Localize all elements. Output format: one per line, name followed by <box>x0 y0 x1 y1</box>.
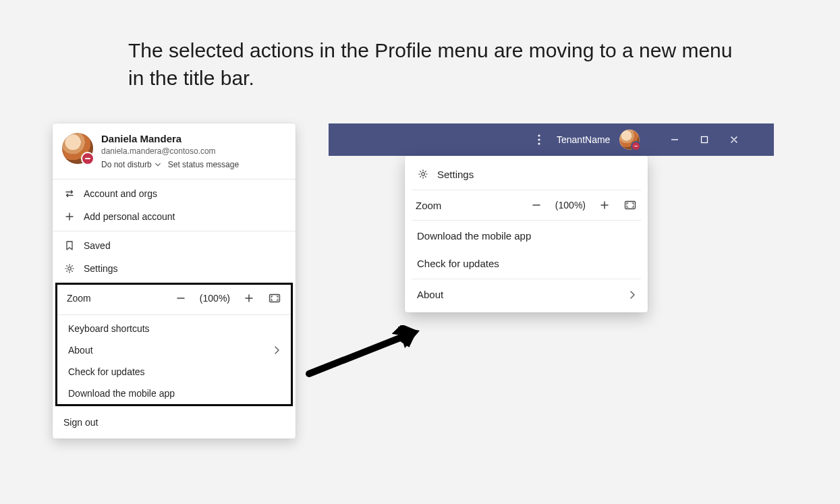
tenant-name[interactable]: TenantName <box>557 134 610 145</box>
headline-text: The selected actions in the Profile menu… <box>128 37 735 92</box>
menu-item-download-mobile[interactable]: Download the mobile app <box>57 383 291 404</box>
set-status-link[interactable]: Set status message <box>168 160 239 169</box>
svg-rect-1 <box>270 295 280 302</box>
bookmark-icon <box>63 240 76 252</box>
annotation-arrow <box>304 325 425 379</box>
menu-item-label: About <box>417 289 443 300</box>
titlebar-more-menu: Settings Zoom (100%) Download the mobile… <box>405 156 648 312</box>
menu-item-download-mobile[interactable]: Download the mobile app <box>405 222 648 250</box>
window-titlebar: TenantName <box>329 123 774 156</box>
svg-point-7 <box>538 142 540 144</box>
gear-icon <box>63 262 76 275</box>
svg-point-6 <box>538 138 540 140</box>
menu-item-label: Sign out <box>63 417 98 428</box>
profile-menu: Daniela Mandera daniela.mandera@contoso.… <box>53 123 296 439</box>
menu-item-check-updates[interactable]: Check for updates <box>405 250 648 277</box>
fullscreen-icon[interactable] <box>623 198 637 212</box>
presence-dropdown[interactable]: Do not disturb <box>101 160 161 169</box>
zoom-out-button[interactable] <box>174 291 188 305</box>
menu-item-label: Check for updates <box>417 258 499 269</box>
more-options-button[interactable] <box>531 132 547 148</box>
profile-name: Daniela Mandera <box>101 133 286 145</box>
menu-item-about[interactable]: About <box>405 281 648 308</box>
chevron-down-icon <box>155 161 161 168</box>
zoom-label: Zoom <box>416 200 441 211</box>
dnd-presence-icon <box>81 152 94 165</box>
svg-point-5 <box>538 134 540 136</box>
chevron-right-icon <box>273 345 280 355</box>
svg-line-2 <box>309 336 405 374</box>
zoom-row: Zoom (100%) <box>57 285 291 312</box>
zoom-row: Zoom (100%) <box>405 192 648 219</box>
window-minimize-button[interactable] <box>660 123 690 156</box>
menu-item-sign-out[interactable]: Sign out <box>53 409 296 436</box>
svg-marker-3 <box>390 325 422 352</box>
zoom-in-button[interactable] <box>242 291 256 305</box>
menu-item-about[interactable]: About <box>57 339 291 361</box>
svg-point-0 <box>68 267 72 271</box>
zoom-out-button[interactable] <box>530 198 543 212</box>
menu-item-label: Account and orgs <box>84 188 157 199</box>
zoom-in-button[interactable] <box>598 198 611 212</box>
separator <box>412 279 641 279</box>
svg-point-9 <box>422 173 425 176</box>
menu-item-label: Add personal account <box>84 211 175 222</box>
menu-item-label: Settings <box>437 169 474 180</box>
swap-icon <box>63 188 76 200</box>
separator <box>412 190 641 190</box>
menu-item-label: Download the mobile app <box>417 230 531 242</box>
profile-avatar[interactable] <box>62 133 93 164</box>
gear-icon <box>417 168 429 180</box>
fullscreen-icon[interactable] <box>268 291 281 305</box>
moving-items-highlight: Zoom (100%) Keyboard shortcuts <box>55 283 293 406</box>
menu-item-label: About <box>68 345 93 356</box>
menu-item-label: Check for updates <box>68 366 145 377</box>
menu-item-saved[interactable]: Saved <box>53 234 296 257</box>
svg-marker-4 <box>398 327 420 348</box>
menu-item-add-personal[interactable]: Add personal account <box>53 205 296 228</box>
menu-item-account-orgs[interactable]: Account and orgs <box>53 182 296 205</box>
menu-item-check-updates[interactable]: Check for updates <box>57 361 291 383</box>
zoom-value: (100%) <box>200 293 230 304</box>
zoom-value: (100%) <box>555 200 586 211</box>
svg-rect-8 <box>702 137 708 143</box>
menu-item-keyboard-shortcuts[interactable]: Keyboard shortcuts <box>57 318 291 339</box>
profile-email: daniela.mandera@contoso.com <box>101 146 286 156</box>
menu-item-settings[interactable]: Settings <box>53 257 296 280</box>
presence-label: Do not disturb <box>101 160 152 169</box>
dnd-presence-icon <box>631 141 641 151</box>
chevron-right-icon <box>629 290 636 300</box>
separator <box>53 179 296 179</box>
window-maximize-button[interactable] <box>690 123 719 156</box>
menu-item-label: Settings <box>84 263 118 274</box>
separator <box>412 220 641 221</box>
separator <box>53 231 296 231</box>
separator <box>57 314 291 315</box>
menu-item-label: Download the mobile app <box>68 388 175 399</box>
profile-header: Daniela Mandera daniela.mandera@contoso.… <box>53 123 296 176</box>
menu-item-settings[interactable]: Settings <box>405 160 648 188</box>
menu-item-label: Saved <box>84 240 111 251</box>
svg-rect-10 <box>625 202 636 209</box>
zoom-label: Zoom <box>67 293 91 304</box>
window-close-button[interactable] <box>719 123 749 156</box>
titlebar-profile-button[interactable] <box>619 130 640 150</box>
menu-item-label: Keyboard shortcuts <box>68 323 150 334</box>
plus-icon <box>63 211 76 223</box>
